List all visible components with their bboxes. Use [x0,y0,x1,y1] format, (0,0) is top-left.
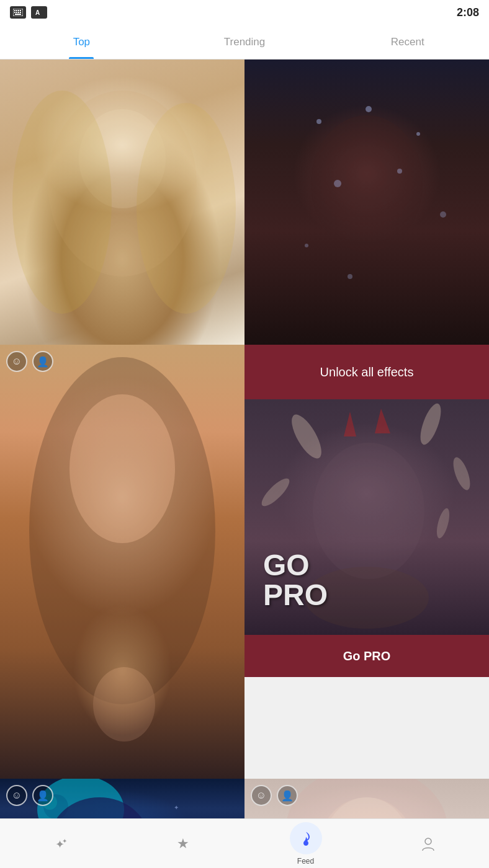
svg-point-27 [286,410,327,463]
svg-point-17 [366,106,372,112]
portrait-1-image [0,60,244,345]
svg-point-19 [334,180,341,187]
status-bar: A 2:08 [0,0,489,25]
text-icon: A [31,6,47,19]
unlock-effects-banner[interactable]: Unlock all effects [244,345,489,399]
svg-point-22 [440,211,446,218]
svg-text:★: ★ [177,836,189,851]
svg-rect-7 [18,12,19,13]
svg-marker-33 [375,409,390,433]
portrait-4-overlay-icons: ☺ 👤 [6,785,53,806]
gopro-overlay-text: GO PRO [263,551,328,610]
feed-label: Feed [297,857,314,866]
gopro-button[interactable]: Go PRO [244,635,489,677]
svg-point-26 [93,667,155,742]
svg-rect-8 [20,12,21,13]
svg-marker-32 [344,412,356,436]
person-icon-5: 👤 [277,785,298,806]
svg-point-23 [348,274,352,279]
svg-point-18 [416,132,420,136]
status-icons: A [10,6,47,19]
svg-point-50 [425,838,431,844]
portrait-2-image [244,60,489,345]
svg-point-15 [311,115,423,252]
profile-icon [418,834,438,854]
svg-rect-5 [14,12,16,13]
smile-icon-4: ☺ [6,785,27,806]
feed-icon-bg [290,822,322,854]
portrait-3-image [0,345,244,779]
gopro-image[interactable]: GO PRO [244,399,489,635]
svg-point-28 [416,401,445,447]
portrait-3-cell[interactable]: ☺ 👤 [0,345,244,779]
tab-recent[interactable]: Recent [326,25,489,59]
grid-row-1 [0,60,489,345]
smile-icon-3: ☺ [6,351,27,372]
nav-favorites[interactable]: ★ [122,834,244,854]
portrait-1-cell[interactable] [0,60,244,345]
nav-effects[interactable]: ✦ ✦ [0,834,122,854]
svg-point-21 [305,244,308,247]
bottom-nav: ✦ ✦ ★ Feed [0,818,489,868]
keyboard-icon [10,6,26,19]
nav-profile[interactable] [367,834,489,854]
svg-point-16 [316,119,321,124]
svg-point-31 [434,507,452,539]
tab-bar: Top Trending Recent [0,25,489,60]
status-time: 2:08 [457,6,479,19]
svg-point-20 [397,169,402,174]
svg-rect-3 [18,10,19,11]
nav-feed[interactable]: Feed [244,822,367,866]
portrait-3-overlay-icons: ☺ 👤 [6,351,53,372]
effects-icon: ✦ ✦ [52,834,71,854]
svg-rect-9 [15,14,21,15]
svg-rect-4 [20,10,21,11]
svg-point-30 [450,455,473,492]
portrait-5-overlay-icons: ☺ 👤 [251,785,298,806]
unlock-effects-text: Unlock all effects [320,365,414,379]
right-promo-panel: Unlock all effects [244,345,489,779]
svg-text:A: A [35,9,40,16]
smile-icon-5: ☺ [251,785,272,806]
svg-text:✦: ✦ [62,838,67,844]
svg-point-25 [70,394,175,543]
svg-rect-2 [16,10,17,11]
grid-row-2: ☺ 👤 Unlock all effects [0,345,489,779]
tab-trending[interactable]: Trending [163,25,326,59]
portrait-2-cell[interactable] [244,60,489,345]
person-icon-3: 👤 [32,351,53,372]
svg-point-29 [258,475,294,510]
svg-point-14 [137,103,236,314]
svg-point-34 [313,443,424,579]
favorites-icon: ★ [174,834,194,854]
content-grid: ☺ 👤 Unlock all effects [0,60,489,868]
svg-point-13 [12,91,112,314]
gopro-button-text: Go PRO [343,649,391,663]
svg-rect-6 [16,12,17,13]
person-icon-4: 👤 [32,785,53,806]
svg-text:✦: ✦ [174,804,179,811]
tab-top[interactable]: Top [0,25,163,59]
svg-rect-1 [14,10,16,11]
